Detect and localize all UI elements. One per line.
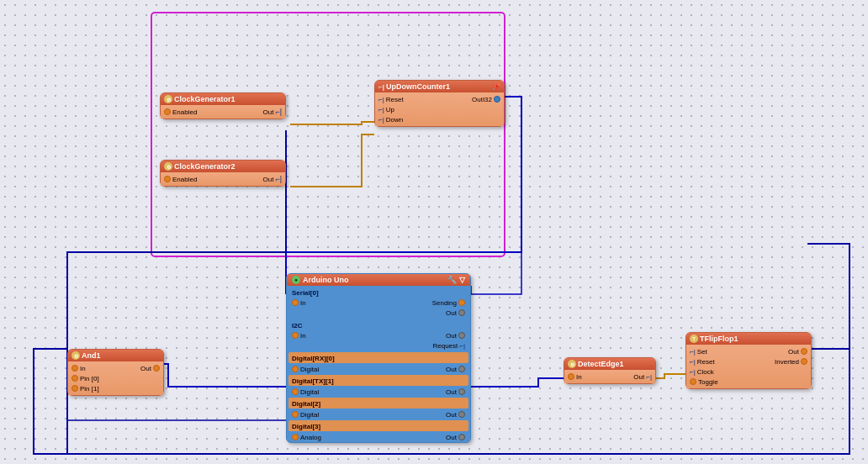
toggle-port [690,378,696,385]
detect-in-port [568,373,574,380]
request-clock: ⌐| [459,342,465,350]
enabled2-input-port [164,176,171,182]
and1-icon: ⚙ [71,351,80,360]
tflipflop-node: T TFlipFlop1 ⌐| Set Out ⌐| Reset Inverte… [685,332,812,389]
counter-down-row: ⌐| Down [378,114,500,124]
digital0-in [292,366,299,372]
and1-title: And1 [82,351,101,360]
clock-generator-1-header: ⚙ ClockGenerator1 [161,93,285,105]
i2c-out-port [458,332,465,339]
tflipflop-header: T TFlipFlop1 [686,333,811,345]
clock2-icon: ⚙ [164,162,172,171]
and1-out-port [153,365,160,372]
and1-in-port [71,365,78,372]
svg-rect-0 [151,13,505,256]
updown-counter-title: UpDownCounter1 [386,82,450,91]
arduino-header: ● Arduino Uno 🔧 ▽ [287,274,470,286]
and1-body: In Out Pin [0] Pin [1] [68,361,163,395]
inverted-label: Inverted [775,358,799,366]
arduino-arrow-icon[interactable]: ▽ [459,276,465,284]
counter-up-row: ⌐| Up [378,104,500,114]
detect-edge-header: ⚙ DetectEdge1 [564,358,655,370]
clock-generator-1-body: Enabled Out ⌐| [161,105,285,119]
digital-tx-label: Digital[TX][1] [292,377,334,385]
clock2-out-symbol: ⌐| [275,175,282,183]
tflipflop-title: TFlipFlop1 [700,335,738,343]
i2c-section: I2C [292,320,465,330]
serial-in-port [292,299,299,306]
digital-rx-label: Digital[RX][0] [292,355,335,362]
clock-icon: ⚙ [164,95,172,103]
analog-label: Analog [300,434,321,441]
enabled-input-port [164,108,171,115]
and1-pin1-row: Pin [1] [71,383,160,393]
digital3-label: Digital[3] [292,423,320,430]
tflipflop-icon: T [690,335,698,343]
arduino-icon: ● [292,276,300,284]
digital-2-row: Digital Out [287,409,470,419]
digital-0-row: Digital Out [287,364,470,374]
arduino-uno-node: ● Arduino Uno 🔧 ▽ Serial[0] In Sending O… [286,273,471,443]
tflipflop-clock-row: ⌐| Clock [690,366,807,377]
arduino-wrench-icon[interactable]: 🔧 [447,276,457,284]
detect-out-clock: ⌐| [646,373,652,381]
updown-counter-body: ⌐| Reset OutI32 ⌐| Up ⌐| Down [375,92,504,126]
detect-edge-node: ⚙ DetectEdge1 In Out ⌐| [564,357,656,384]
updown-counter-header: ⌐| UpDownCounter1 📌 [375,81,504,92]
tflipflop-toggle-row: Toggle [690,377,807,387]
detect-edge-body: In Out ⌐| [564,370,655,383]
updown-counter-node: ⌐| UpDownCounter1 📌 ⌐| Reset OutI32 ⌐| U… [374,80,505,127]
clock-gen2-enabled-row: Enabled Out ⌐| [164,174,282,184]
serial-label: Serial[0] [292,289,319,297]
inverted-port [801,358,807,365]
counter-pin: 📌 [492,83,500,91]
digital1-out [458,388,465,395]
and1-in-row: In Out [71,363,160,373]
digital0-out [458,366,465,372]
and1-pin1-port [71,385,78,392]
analog-row: Analog Out [287,432,470,442]
tflipflop-out-port [801,348,807,355]
clock-generator-2-body: Enabled Out ⌐| [161,172,285,186]
counter-icon: ⌐| [378,83,384,91]
detect-edge-title: DetectEdge1 [578,360,624,368]
serial-out-port [458,309,465,316]
digital2-label: Digital[2] [292,400,320,408]
clock-generator-2-node: ⚙ ClockGenerator2 Enabled Out ⌐| [160,160,286,187]
clock-out-symbol: ⌐| [275,108,282,116]
and1-node: ⚙ And1 In Out Pin [0] Pin [1] [67,349,164,396]
arduino-title: Arduino Uno [303,276,349,284]
i2c-in-row: In Out [292,330,465,340]
clock-generator-1-node: ⚙ ClockGenerator1 Enabled Out ⌐| [160,92,286,119]
serial-sending-port [458,299,465,306]
serial-out-row: Out [292,308,465,318]
analog-in [292,434,299,440]
tflipflop-reset-row: ⌐| Reset Inverted [690,356,807,366]
digital2-out [458,411,465,418]
detect-edge-icon: ⚙ [568,360,576,368]
analog-out [458,434,465,440]
counter-reset-row: ⌐| Reset OutI32 [378,94,500,104]
clock-gen1-enabled-row: Enabled Out ⌐| [164,107,282,117]
tflipflop-set-row: ⌐| Set Out [690,346,807,356]
serial-in-row: In Sending [292,298,465,308]
i2c-label: I2C [292,322,302,330]
digital-1-row: Digital Out [287,387,470,397]
counter-out-port [494,96,500,103]
serial-section: Serial[0] [292,287,465,298]
detect-edge-in-row: In Out ⌐| [568,372,652,382]
i2c-request-row: Request ⌐| [292,340,465,351]
digital1-in [292,388,299,395]
digital2-in [292,411,299,418]
tflipflop-body: ⌐| Set Out ⌐| Reset Inverted ⌐| Clock [686,345,811,388]
and1-pin0-row: Pin [0] [71,373,160,383]
i2c-in-port [292,332,299,339]
clock-generator-2-title: ClockGenerator2 [174,162,236,171]
clock-generator-2-header: ⚙ ClockGenerator2 [161,161,285,172]
and1-pin0-port [71,375,78,382]
and1-header: ⚙ And1 [68,350,163,361]
clock-generator-1-title: ClockGenerator1 [174,95,236,103]
